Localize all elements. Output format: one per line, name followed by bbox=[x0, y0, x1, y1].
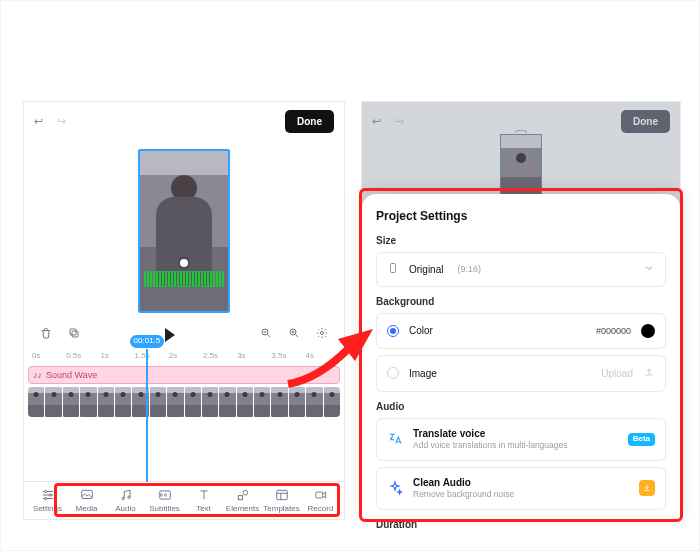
zoom-out-icon[interactable] bbox=[260, 327, 272, 343]
translate-title: Translate voice bbox=[413, 427, 568, 441]
timeline-ruler[interactable]: 0s 0.5s 1s 1.5s 2s 2.5s 3s 3.5s 4s bbox=[24, 351, 344, 362]
text-icon bbox=[197, 488, 211, 502]
translate-icon bbox=[387, 431, 403, 447]
layout-icon bbox=[275, 488, 289, 502]
svg-rect-8 bbox=[81, 491, 92, 499]
tab-settings[interactable]: Settings bbox=[28, 488, 67, 515]
download-icon[interactable] bbox=[639, 480, 655, 496]
svg-rect-1 bbox=[70, 329, 76, 335]
audio-track[interactable]: ♪♪ Sound Wave bbox=[28, 366, 340, 384]
aspect-icon bbox=[387, 261, 399, 279]
done-button-dimmed: Done bbox=[621, 110, 670, 133]
svg-rect-16 bbox=[391, 263, 396, 272]
tab-media[interactable]: Media bbox=[67, 488, 106, 515]
svg-rect-15 bbox=[315, 492, 322, 498]
background-label: Background bbox=[376, 295, 666, 309]
history-nav: ↩ ↪ bbox=[34, 114, 66, 129]
size-label: Size bbox=[376, 234, 666, 248]
ruler-tick: 4s bbox=[306, 351, 336, 362]
size-value: Original bbox=[409, 263, 443, 277]
upload-icon[interactable] bbox=[643, 366, 655, 382]
svg-rect-0 bbox=[72, 331, 78, 337]
svg-point-10 bbox=[127, 496, 129, 498]
clean-title: Clean Audio bbox=[413, 476, 514, 490]
background-image-option[interactable]: Image Upload bbox=[376, 355, 666, 393]
clean-audio-option[interactable]: Clean Audio Remove background noise bbox=[376, 467, 666, 510]
audio-wave-overlay bbox=[144, 271, 224, 287]
svg-rect-12 bbox=[238, 496, 242, 500]
preview-canvas[interactable] bbox=[24, 141, 344, 321]
project-settings-sheet: Project Settings Size Original (9:16) Ba… bbox=[362, 194, 680, 519]
tab-text[interactable]: Text bbox=[184, 488, 223, 515]
redo-icon[interactable]: ↪ bbox=[57, 114, 66, 129]
radio-off-icon[interactable] bbox=[387, 367, 399, 379]
translate-sub: Add voice translations in multi-language… bbox=[413, 440, 568, 451]
copy-icon[interactable] bbox=[68, 327, 80, 343]
sliders-icon bbox=[41, 488, 55, 502]
sheet-title: Project Settings bbox=[376, 208, 666, 224]
shapes-icon bbox=[236, 488, 250, 502]
size-hint: (9:16) bbox=[457, 263, 481, 275]
tool-tabbar: Settings Media Audio Subtitles Text Elem… bbox=[24, 481, 344, 519]
ruler-tick: 0s bbox=[32, 351, 62, 362]
color-swatch-icon[interactable] bbox=[641, 324, 655, 338]
sparkle-icon bbox=[387, 480, 403, 496]
chevron-down-icon bbox=[643, 262, 655, 278]
video-track[interactable] bbox=[28, 387, 340, 417]
bg-color-value: #000000 bbox=[596, 325, 631, 337]
cc-icon bbox=[158, 488, 172, 502]
undo-icon: ↩ bbox=[372, 114, 381, 129]
svg-rect-14 bbox=[276, 491, 287, 500]
audio-label: Audio bbox=[376, 400, 666, 414]
size-select[interactable]: Original (9:16) bbox=[376, 252, 666, 288]
ruler-tick: 2.5s bbox=[203, 351, 233, 362]
settings-pane: ↩↪ Done Project Settings Size Original (… bbox=[361, 101, 681, 520]
svg-point-5 bbox=[44, 491, 46, 493]
editor-pane: ↩ ↪ Done bbox=[23, 101, 345, 520]
ruler-tick: 1.5s bbox=[135, 351, 165, 362]
audio-icon bbox=[119, 488, 133, 502]
trash-icon[interactable] bbox=[40, 327, 52, 343]
music-note-icon: ♪♪ bbox=[33, 369, 42, 381]
ruler-tick: 0.5s bbox=[66, 351, 96, 362]
bg-color-label: Color bbox=[409, 324, 433, 338]
upload-action[interactable]: Upload bbox=[601, 367, 633, 381]
ruler-tick: 2s bbox=[169, 351, 199, 362]
tab-elements[interactable]: Elements bbox=[223, 488, 262, 515]
bg-image-label: Image bbox=[409, 367, 437, 381]
translate-voice-option[interactable]: Translate voice Add voice translations i… bbox=[376, 418, 666, 461]
play-icon[interactable] bbox=[165, 328, 175, 342]
svg-point-9 bbox=[121, 498, 123, 500]
canvas-controls bbox=[24, 321, 344, 349]
svg-point-13 bbox=[243, 491, 248, 496]
clip-handle-icon[interactable] bbox=[180, 259, 188, 267]
tab-record[interactable]: Record bbox=[301, 488, 340, 515]
radio-on-icon[interactable] bbox=[387, 325, 399, 337]
playhead[interactable] bbox=[146, 349, 148, 482]
selected-clip[interactable] bbox=[138, 149, 230, 313]
tab-audio[interactable]: Audio bbox=[106, 488, 145, 515]
tab-templates[interactable]: Templates bbox=[262, 488, 301, 515]
undo-icon[interactable]: ↩ bbox=[34, 114, 43, 129]
background-color-option[interactable]: Color #000000 bbox=[376, 313, 666, 349]
audio-track-label: Sound Wave bbox=[46, 369, 97, 381]
ruler-tick: 3s bbox=[237, 351, 267, 362]
duration-label: Duration bbox=[376, 518, 666, 532]
ruler-tick: 1s bbox=[100, 351, 130, 362]
zoom-in-icon[interactable] bbox=[288, 327, 300, 343]
beta-badge: Beta bbox=[628, 433, 655, 446]
ruler-tick: 3.5s bbox=[271, 351, 301, 362]
gear-icon[interactable] bbox=[316, 327, 328, 343]
image-icon bbox=[80, 488, 94, 502]
record-icon bbox=[314, 488, 328, 502]
clean-sub: Remove background noise bbox=[413, 489, 514, 500]
redo-icon: ↪ bbox=[395, 114, 404, 129]
done-button[interactable]: Done bbox=[285, 110, 334, 133]
svg-point-4 bbox=[321, 332, 324, 335]
tab-subtitles[interactable]: Subtitles bbox=[145, 488, 184, 515]
editor-topbar: ↩ ↪ Done bbox=[24, 102, 344, 141]
